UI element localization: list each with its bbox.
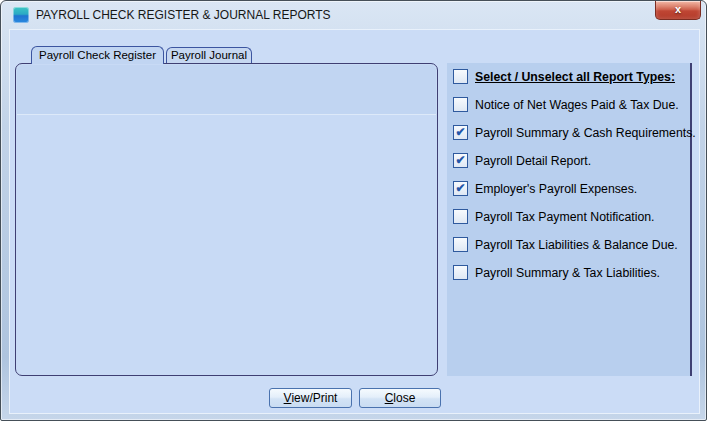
view-print-button[interactable]: View/Print xyxy=(269,388,352,408)
checkbox-icon[interactable]: ✔ xyxy=(453,69,468,84)
view-print-button-label: View/Print xyxy=(284,391,338,405)
checkbox-icon[interactable]: ✔ xyxy=(453,265,468,280)
report-types-panel: ✔ Select / Unselect all Report Types: ✔ … xyxy=(447,63,692,376)
checkbox-icon[interactable]: ✔ xyxy=(453,97,468,112)
checkbox-label: Payroll Tax Payment Notification. xyxy=(468,210,655,224)
checkbox-icon[interactable]: ✔ xyxy=(453,153,468,168)
payroll-app-icon xyxy=(13,7,29,23)
checkbox-icon[interactable]: ✔ xyxy=(453,209,468,224)
checkbox-label: Notice of Net Wages Paid & Tax Due. xyxy=(468,98,679,112)
checkbox-label: Payroll Summary & Cash Requirements. xyxy=(468,126,696,140)
checkbox-label: Payroll Tax Liabilities & Balance Due. xyxy=(468,238,678,252)
checkbox-label: Payroll Summary & Tax Liabilities. xyxy=(468,266,660,280)
close-button-label: Close xyxy=(385,391,416,405)
close-icon: x xyxy=(675,3,681,15)
checkbox-select-all-report-types[interactable]: ✔ Select / Unselect all Report Types: xyxy=(453,69,675,84)
checkbox-icon[interactable]: ✔ xyxy=(453,181,468,196)
report-type-strip xyxy=(17,65,436,115)
checkbox-payroll-summary-tax-liabilities[interactable]: ✔ Payroll Summary & Tax Liabilities. xyxy=(453,265,660,280)
checkbox-payroll-detail-report[interactable]: ✔ Payroll Detail Report. xyxy=(453,153,591,168)
checkbox-label: Employer's Payroll Expenses. xyxy=(468,182,637,196)
tab-payroll-journal[interactable]: Payroll Journal xyxy=(166,47,252,63)
report-options-panel xyxy=(15,63,438,376)
window-title: PAYROLL CHECK REGISTER & JOURNAL REPORTS xyxy=(36,8,331,22)
tab-payroll-check-register[interactable]: Payroll Check Register xyxy=(31,46,164,64)
checkbox-notice-of-net-wages[interactable]: ✔ Notice of Net Wages Paid & Tax Due. xyxy=(453,97,679,112)
checkbox-payroll-tax-payment-notification[interactable]: ✔ Payroll Tax Payment Notification. xyxy=(453,209,655,224)
checkbox-label: Payroll Detail Report. xyxy=(468,154,591,168)
checkbox-icon[interactable]: ✔ xyxy=(453,237,468,252)
checkbox-employers-payroll-expenses[interactable]: ✔ Employer's Payroll Expenses. xyxy=(453,181,637,196)
checkbox-payroll-summary-cash[interactable]: ✔ Payroll Summary & Cash Requirements. xyxy=(453,125,696,140)
checkbox-payroll-tax-liabilities-balance[interactable]: ✔ Payroll Tax Liabilities & Balance Due. xyxy=(453,237,678,252)
dialog-window: PAYROLL CHECK REGISTER & JOURNAL REPORTS… xyxy=(0,0,707,421)
checkmark-icon: ✔ xyxy=(455,154,465,166)
title-bar[interactable]: PAYROLL CHECK REGISTER & JOURNAL REPORTS xyxy=(1,1,706,29)
checkmark-icon: ✔ xyxy=(455,182,465,194)
close-button[interactable]: Close xyxy=(359,388,441,408)
checkmark-icon: ✔ xyxy=(455,126,465,138)
checkbox-icon[interactable]: ✔ xyxy=(453,125,468,140)
checkbox-label: Select / Unselect all Report Types: xyxy=(468,70,675,84)
close-window-button[interactable]: x xyxy=(655,1,701,20)
